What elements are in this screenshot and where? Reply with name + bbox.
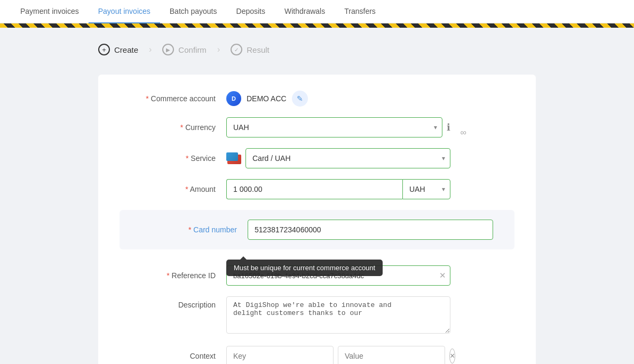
result-step-label: Result [247,45,270,54]
edit-account-button[interactable]: ✎ [292,91,308,107]
service-label: Service [120,154,226,163]
commerce-account-row: Commerce account D DEMO ACC ✎ [120,91,514,107]
context-value-input[interactable] [338,346,445,364]
commerce-account-display: D DEMO ACC ✎ [226,91,308,107]
reference-id-clear-button[interactable]: ✕ [439,271,446,280]
nav-item-payout-invoices[interactable]: Payout invoices [89,0,160,23]
description-wrapper: At DigiShop we're able to innovate and d… [226,296,450,335]
context-key-input[interactable] [226,346,334,364]
nav-item-deposits[interactable]: Deposits [227,0,275,23]
currency-row: Currency UAH ℹ ∞ [120,117,514,137]
context-label: Context [120,352,226,360]
amount-currency-wrapper: UAH [402,179,450,199]
wizard-arrow-1: › [149,45,152,54]
card-icon-front [226,152,238,161]
close-icon: ✕ [439,271,446,280]
service-select-wrapper: Card / UAH [245,148,450,168]
currency-select[interactable]: UAH [226,117,442,137]
amount-currency-select[interactable]: UAH [402,179,450,199]
card-number-section: Card number Must be unique for current c… [120,210,514,249]
context-inputs: × [226,346,450,364]
service-display: Card / UAH [226,148,450,168]
nav-item-transfers[interactable]: Transfers [335,0,385,23]
confirm-step-label: Confirm [178,45,207,54]
service-row: Service Card / UAH [120,148,514,168]
context-remove-button[interactable]: × [449,349,455,363]
infinity-icon: ∞ [461,128,466,137]
card-number-tooltip: Must be unique for current commerce acco… [226,260,383,276]
currency-label: Currency [120,123,226,132]
main-content: + Create › ▶ Confirm › ✓ Result Commerce… [77,28,557,364]
currency-info-icon[interactable]: ℹ [447,122,450,133]
amount-row: Amount UAH [120,179,514,199]
wizard-step-create: + Create [98,44,138,55]
description-label: Description [120,296,226,309]
confirm-step-icon: ▶ [162,44,174,55]
wizard-steps: + Create › ▶ Confirm › ✓ Result [98,44,536,55]
close-icon: × [450,351,455,361]
nav-item-batch-payouts[interactable]: Batch payouts [160,0,227,23]
account-avatar: D [226,91,241,106]
description-row: Description At DigiShop we're able to in… [120,296,514,335]
amount-input[interactable] [226,179,402,199]
wizard-arrow-2: › [217,45,220,54]
service-select[interactable]: Card / UAH [245,148,450,168]
wizard-step-confirm: ▶ Confirm [162,44,207,55]
context-row: Context × [120,346,514,364]
card-icon-wrapper [226,152,241,164]
result-step-icon: ✓ [231,44,242,55]
commerce-account-label: Commerce account [120,94,226,103]
reference-id-label: Reference ID [120,271,226,280]
card-number-input[interactable] [248,220,493,240]
account-name: DEMO ACC [247,94,287,103]
currency-select-wrapper: UAH [226,117,442,137]
top-navigation: Payment invoices Payout invoices Batch p… [0,0,634,23]
card-number-row: Card number [141,220,493,240]
amount-field-group: UAH [226,179,450,199]
wizard-step-result: ✓ Result [231,44,270,55]
nav-item-payment-invoices[interactable]: Payment invoices [11,0,89,23]
description-textarea[interactable]: At DigiShop we're able to innovate and d… [226,296,450,334]
form-container: Commerce account D DEMO ACC ✎ Currency U… [98,75,536,364]
card-number-label: Card number [141,225,248,234]
warning-stripe [0,23,634,28]
create-step-icon: + [98,44,110,55]
create-step-label: Create [114,45,138,54]
amount-label: Amount [120,185,226,193]
nav-item-withdrawals[interactable]: Withdrawals [275,0,335,23]
